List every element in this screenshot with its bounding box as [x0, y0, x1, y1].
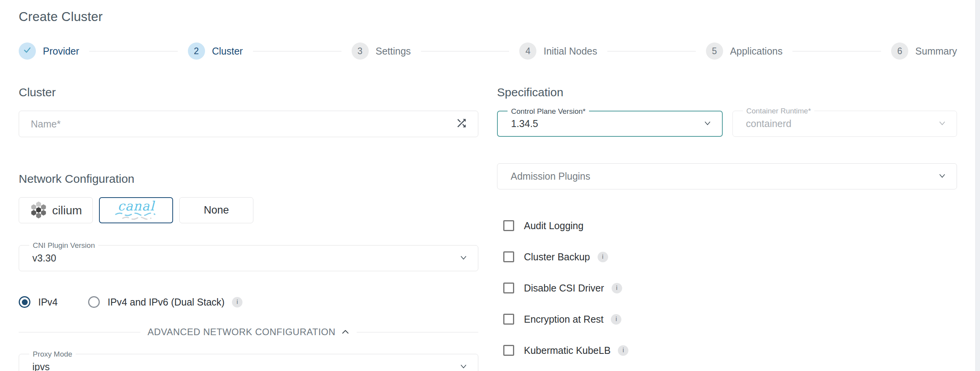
radio-unselected-icon	[88, 296, 100, 308]
radio-dual-stack[interactable]: IPv4 and IPv6 (Dual Stack)	[88, 296, 225, 308]
cluster-name-input[interactable]: Name*	[19, 111, 478, 137]
admission-plugins-select[interactable]: Admission Plugins	[497, 163, 957, 189]
step-settings-circle: 3	[352, 42, 369, 60]
step-label: Provider	[43, 46, 79, 57]
container-runtime-label: Container Runtime*	[743, 107, 815, 115]
specification-heading: Specification	[497, 86, 957, 99]
container-runtime-select: Container Runtime* containerd	[732, 111, 957, 137]
container-runtime-value: containerd	[733, 118, 792, 129]
chevron-down-icon	[937, 118, 947, 130]
cilium-logo-icon	[30, 200, 48, 221]
control-plane-version-label: Control Plane Version*	[508, 107, 589, 116]
checkbox-audit-logging[interactable]: Audit Logging	[503, 220, 957, 231]
cni-option-label: canal	[118, 200, 155, 212]
checkbox-label: Cluster Backup	[524, 251, 590, 263]
checkbox-label: Kubermatic KubeLB	[524, 345, 610, 356]
step-label: Summary	[915, 46, 957, 57]
checkbox-unchecked-icon	[503, 220, 514, 231]
cluster-heading: Cluster	[19, 86, 478, 99]
cni-option-label: None	[204, 204, 229, 216]
step-label: Initial Nodes	[543, 46, 597, 57]
step-settings[interactable]: 3 Settings	[352, 42, 411, 60]
admission-plugins-placeholder: Admission Plugins	[497, 171, 590, 182]
chevron-up-icon	[341, 329, 350, 336]
divider	[357, 332, 478, 332]
step-initial-nodes[interactable]: 4 Initial Nodes	[519, 42, 597, 60]
radio-selected-icon	[19, 296, 30, 308]
kubermatic-kubelb-info-icon[interactable]: i	[618, 345, 628, 356]
step-connector	[421, 51, 509, 51]
create-cluster-page: Create Cluster Provider 2 Cluster 3 Sett…	[0, 0, 975, 371]
checkbox-kubermatic-kubelb[interactable]: Kubermatic KubeLB i	[503, 344, 957, 356]
proxy-mode-value: ipvs	[19, 361, 50, 371]
checkbox-unchecked-icon	[503, 345, 514, 356]
cluster-feature-checkboxes: Audit Logging Cluster Backup i Disable C…	[503, 220, 957, 356]
check-icon	[23, 45, 32, 57]
cni-option-canal[interactable]: canal	[99, 197, 173, 223]
step-applications-circle: 5	[706, 42, 723, 60]
step-initial-nodes-circle: 4	[519, 42, 536, 60]
proxy-mode-label: Proxy Mode	[29, 350, 76, 359]
radio-label: IPv4	[38, 297, 58, 308]
proxy-mode-select[interactable]: Proxy Mode ipvs	[19, 354, 478, 371]
cni-option-label: cilium	[52, 204, 82, 217]
cluster-name-placeholder: Name*	[19, 118, 60, 130]
cni-option-cilium[interactable]: cilium	[19, 197, 93, 223]
chevron-down-icon	[702, 118, 713, 130]
divider	[19, 332, 140, 332]
checkbox-unchecked-icon	[503, 314, 514, 325]
checkbox-label: Audit Logging	[524, 220, 584, 231]
wizard-stepper: Provider 2 Cluster 3 Settings 4 Initial …	[19, 42, 957, 60]
step-connector	[253, 51, 341, 51]
chevron-down-icon	[458, 253, 469, 264]
step-connector	[792, 51, 881, 51]
step-label: Settings	[376, 46, 411, 57]
step-provider-circle	[19, 42, 36, 60]
step-provider[interactable]: Provider	[19, 42, 79, 60]
chevron-down-icon	[458, 361, 469, 371]
cluster-backup-info-icon[interactable]: i	[598, 252, 608, 262]
checkbox-encryption-at-rest[interactable]: Encryption at Rest i	[503, 313, 957, 325]
step-label: Cluster	[212, 46, 243, 57]
canal-logo-icon: canal	[113, 200, 159, 221]
control-plane-version-value: 1.34.5	[498, 118, 538, 129]
checkbox-cluster-backup[interactable]: Cluster Backup i	[503, 251, 957, 263]
step-cluster[interactable]: 2 Cluster	[188, 42, 243, 60]
cni-plugin-version-value: v3.30	[19, 253, 56, 264]
encryption-at-rest-info-icon[interactable]: i	[611, 314, 621, 325]
control-plane-version-select[interactable]: Control Plane Version* 1.34.5	[497, 111, 723, 137]
step-connector	[89, 51, 178, 51]
ip-family-radio-group: IPv4 IPv4 and IPv6 (Dual Stack) i	[19, 296, 478, 308]
cni-option-none[interactable]: None	[179, 197, 253, 223]
advanced-network-configuration-toggle[interactable]: ADVANCED NETWORK CONFIGURATION	[19, 327, 478, 337]
step-summary[interactable]: 6 Summary	[891, 42, 957, 60]
network-configuration-heading: Network Configuration	[19, 172, 478, 186]
checkbox-label: Encryption at Rest	[524, 314, 603, 325]
cni-plugin-options: cilium canal None	[19, 197, 478, 223]
step-label: Applications	[730, 46, 783, 57]
checkbox-disable-csi-driver[interactable]: Disable CSI Driver i	[503, 282, 957, 294]
advanced-toggle-label: ADVANCED NETWORK CONFIGURATION	[147, 327, 335, 337]
radio-ipv4[interactable]: IPv4	[19, 296, 58, 308]
dual-stack-info-icon[interactable]: i	[232, 297, 242, 307]
radio-label: IPv4 and IPv6 (Dual Stack)	[108, 297, 225, 308]
vertical-scrollbar[interactable]	[975, 0, 980, 371]
cni-plugin-version-label: CNI Plugin Version	[29, 241, 98, 250]
disable-csi-driver-info-icon[interactable]: i	[612, 283, 622, 293]
step-applications[interactable]: 5 Applications	[706, 42, 783, 60]
step-cluster-circle: 2	[188, 42, 205, 60]
checkbox-label: Disable CSI Driver	[524, 283, 604, 294]
checkbox-unchecked-icon	[503, 283, 514, 293]
page-title: Create Cluster	[19, 9, 957, 24]
step-connector	[607, 51, 696, 51]
step-summary-circle: 6	[891, 42, 908, 60]
shuffle-name-icon[interactable]	[455, 117, 468, 131]
chevron-down-icon	[937, 171, 947, 182]
cni-plugin-version-select[interactable]: CNI Plugin Version v3.30	[19, 245, 478, 271]
checkbox-unchecked-icon	[503, 251, 514, 262]
